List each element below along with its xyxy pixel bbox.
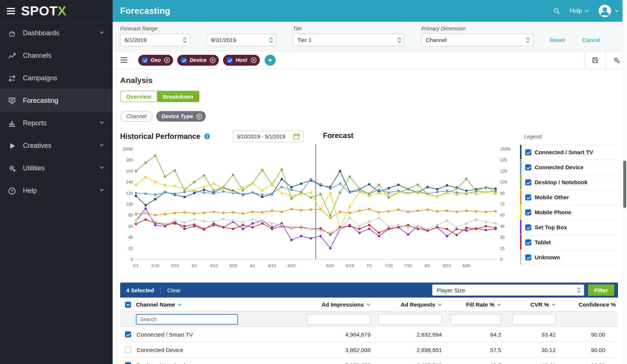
legend-checkbox[interactable] — [525, 239, 531, 245]
dimension-pill-device-type[interactable]: Device Type — [156, 111, 206, 122]
svg-text:?: ? — [11, 189, 14, 193]
tag-remove-button[interactable] — [164, 57, 170, 63]
filter-input-ad-impressions[interactable] — [307, 314, 371, 325]
legend-checkbox[interactable] — [525, 164, 531, 170]
tab-breakdown[interactable]: Breakdown — [157, 91, 199, 102]
list-icon — [120, 57, 128, 63]
filter-input-cvr[interactable] — [512, 314, 556, 325]
legend-item-desktop-notebook: Desktop / Notebook — [520, 175, 617, 190]
legend-checkbox[interactable] — [525, 179, 531, 185]
stepper-icon — [397, 37, 402, 44]
column-header-ad-impressions[interactable]: Ad Impressions — [294, 301, 373, 308]
legend-checkbox[interactable] — [525, 254, 531, 260]
search-input[interactable] — [136, 314, 238, 325]
info-button[interactable] — [204, 133, 210, 140]
metric-select[interactable]: Player Size — [432, 284, 584, 296]
add-dimension-button[interactable] — [265, 55, 276, 66]
tag-remove-button[interactable] — [250, 57, 257, 63]
svg-text:2/10: 2/10 — [151, 263, 159, 268]
cancel-button[interactable]: Cancel — [582, 37, 600, 44]
clear-selection-button[interactable]: Clear — [167, 287, 181, 293]
sidebar-item-forecasting[interactable]: Forecasting — [0, 89, 113, 112]
row-checkbox[interactable] — [125, 347, 131, 353]
main-area: Forecasting Help Forecast Range — [113, 0, 627, 364]
sidebar-item-channels[interactable]: Channels — [0, 44, 113, 67]
menu-toggle-icon[interactable] — [7, 8, 15, 14]
tag-checkbox[interactable] — [181, 57, 187, 63]
filter-button[interactable]: Filter — [588, 284, 614, 296]
start-date-select[interactable]: 6/1/2019 — [120, 34, 190, 46]
tag-checkbox[interactable] — [142, 57, 148, 63]
tag-checkbox[interactable] — [227, 57, 232, 63]
cell-channel-name: Desktop / Notebook — [136, 362, 294, 364]
tier-label: Tier — [293, 26, 405, 32]
column-header-ad-requests[interactable]: Ad Requests — [373, 301, 444, 308]
svg-text:135: 135 — [500, 158, 507, 162]
tab-overview[interactable]: Overview — [120, 91, 157, 102]
svg-text:105: 105 — [500, 180, 507, 184]
sort-chevron-icon — [497, 303, 501, 306]
dimension-remove-button[interactable] — [196, 113, 202, 120]
select-all-checkbox[interactable] — [125, 302, 131, 308]
tag-pill-host[interactable]: Host — [223, 55, 259, 66]
primary-dimension-select[interactable]: Channel — [421, 34, 533, 46]
primary-dimension-group: Primary Dimension Channel — [421, 26, 533, 46]
metric-select-value: Player Size — [437, 287, 577, 293]
legend-checkbox[interactable] — [525, 149, 531, 155]
svg-text:30: 30 — [500, 235, 505, 239]
sidebar-item-creatives[interactable]: Creatives — [0, 134, 113, 157]
tag-label: Geo — [151, 57, 161, 63]
sidebar-item-campaigns[interactable]: Campaigns — [0, 67, 113, 89]
tag-pill-device[interactable]: Device — [177, 55, 219, 66]
tag-remove-button[interactable] — [210, 57, 216, 63]
svg-text:180: 180 — [126, 158, 133, 162]
svg-text:3/1: 3/1 — [191, 263, 197, 268]
creatives-icon — [8, 141, 17, 150]
sidebar-item-reports[interactable]: Reports — [0, 112, 113, 134]
row-checkbox[interactable] — [125, 362, 131, 364]
search-button[interactable] — [553, 7, 561, 15]
column-header-confidence: Confidence % — [558, 301, 618, 308]
end-date-select[interactable]: 8/31/2019 — [206, 34, 276, 46]
legend-color-stripe — [520, 190, 521, 205]
legend-color-stripe — [520, 250, 521, 265]
legend-checkbox[interactable] — [525, 209, 531, 215]
column-header-channel-name[interactable]: Channel Name — [136, 301, 294, 308]
column-header-fill-rate[interactable]: Fill Rate % — [444, 301, 503, 308]
row-checkbox[interactable] — [125, 331, 131, 337]
filter-input-fill-rate[interactable] — [451, 314, 501, 325]
campaigns-icon — [8, 74, 17, 83]
historical-date-range[interactable]: 3/10/2019 - 5/1/2019 — [233, 131, 303, 142]
logo-x: X — [57, 3, 66, 18]
svg-text:8/20: 8/20 — [463, 263, 470, 268]
column-header-cvr[interactable]: CVR % — [503, 301, 558, 308]
tier-group: Tier Tier 1 — [293, 26, 405, 46]
spotx-logo[interactable]: SPOTX — [21, 3, 66, 18]
sidebar-item-help[interactable]: ?Help — [0, 179, 113, 202]
help-menu[interactable]: Help — [570, 8, 589, 14]
tier-select[interactable]: Tier 1 — [293, 34, 405, 46]
filter-input-ad-requests[interactable] — [378, 314, 442, 325]
sidebar-item-utilities[interactable]: Utilities — [0, 157, 113, 179]
legend-item-connected-device: Connected Device — [520, 160, 617, 175]
list-view-button[interactable] — [120, 57, 128, 63]
save-button[interactable] — [584, 51, 606, 69]
legend-checkbox[interactable] — [525, 194, 531, 200]
sidebar-item-dashboards[interactable]: Dashboards — [0, 22, 113, 44]
page-title: Forecasting — [120, 6, 170, 16]
reset-button[interactable]: Reset — [550, 37, 565, 44]
legend-color-stripe — [520, 175, 521, 190]
svg-text:3/10: 3/10 — [210, 263, 217, 268]
legend-checkbox[interactable] — [525, 224, 531, 230]
dimension-pill-label: Device Type — [161, 113, 193, 119]
dimension-pill-channel[interactable]: Channel — [120, 111, 152, 122]
chevron-down-icon — [98, 187, 105, 195]
sort-chevron-icon — [438, 303, 442, 306]
user-menu[interactable] — [598, 4, 619, 18]
dimension-pill-label: Channel — [126, 113, 146, 119]
plus-icon — [268, 58, 273, 63]
scrollbar-thumb[interactable] — [623, 161, 626, 208]
sort-chevron-icon — [178, 303, 182, 306]
tag-pill-geo[interactable]: Geo — [138, 55, 173, 66]
legend-color-stripe — [520, 235, 521, 250]
